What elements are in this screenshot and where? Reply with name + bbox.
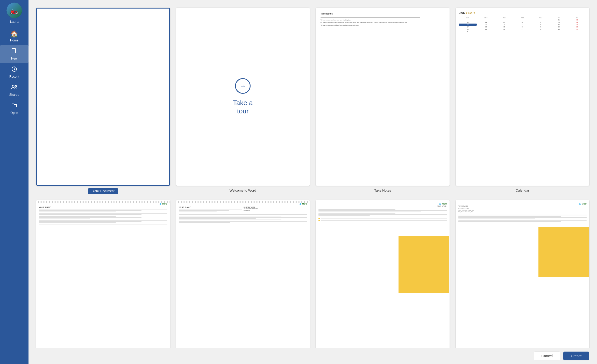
- svg-rect-0: [12, 48, 16, 53]
- avatar-image: 🏍️: [6, 3, 22, 18]
- template-item-crisp-cover[interactable]: 💧 MOO YOUR NAME RECIPIENT NAMETitle / Co…: [456, 200, 589, 364]
- sidebar-open-label: Open: [10, 111, 18, 115]
- template-item-tour[interactable]: → Take atour Welcome to Word: [176, 8, 310, 194]
- template-thumbnail-notes[interactable]: Take Notes To take notes, just tap here …: [316, 8, 450, 186]
- template-item-calendar[interactable]: JANYEAR SUN MON TUE WED THU FRI SAT: [456, 8, 589, 194]
- main-content: Blank Document → Take atour Welcome to W…: [29, 0, 597, 364]
- bottom-bar: Cancel Create: [29, 348, 597, 364]
- crisp-cover-preview: 💧 MOO YOUR NAME RECIPIENT NAMETitle / Co…: [456, 201, 589, 364]
- template-item-creative-resume[interactable]: 💧 MOO YOUR NAME: [36, 200, 170, 364]
- home-icon: 🏠: [10, 30, 18, 38]
- template-item-notes[interactable]: Take Notes To take notes, just tap here …: [316, 8, 450, 194]
- blank-preview: [37, 9, 169, 185]
- template-thumbnail-creative-resume[interactable]: 💧 MOO YOUR NAME: [36, 200, 170, 364]
- calendar-preview: JANYEAR SUN MON TUE WED THU FRI SAT: [456, 8, 589, 185]
- notes-preview: Take Notes To take notes, just tap here …: [316, 8, 449, 185]
- sidebar-new-label: New: [11, 57, 17, 60]
- creative-resume-preview: 💧 MOO YOUR NAME: [37, 201, 169, 364]
- open-icon: [11, 102, 17, 110]
- sidebar-item-shared[interactable]: Shared: [0, 82, 29, 99]
- svg-point-5: [15, 85, 17, 87]
- sidebar-item-home[interactable]: 🏠 Home: [0, 28, 29, 45]
- template-label-calendar: Calendar: [516, 188, 529, 193]
- create-button[interactable]: Create: [563, 352, 589, 360]
- template-item-blank[interactable]: Blank Document: [36, 8, 170, 194]
- sidebar-shared-label: Shared: [9, 93, 19, 97]
- tour-text: Take atour: [233, 99, 253, 115]
- creative-cover-preview: 💧 MOO YOUR NAME RECIPIENT NAME TITLE COM…: [177, 201, 309, 364]
- tour-preview: → Take atour: [177, 8, 309, 185]
- user-label: Laura: [10, 20, 18, 24]
- template-thumbnail-creative-cover[interactable]: 💧 MOO YOUR NAME RECIPIENT NAME TITLE COM…: [176, 200, 310, 364]
- template-label-tour: Welcome to Word: [230, 188, 256, 193]
- template-thumbnail-blank[interactable]: [36, 8, 170, 186]
- tour-arrow-circle: →: [235, 78, 251, 94]
- template-thumbnail-crisp-resume[interactable]: 💧 MOO YOUR NAME: [316, 200, 450, 364]
- sidebar-item-new[interactable]: New: [0, 45, 29, 63]
- template-item-crisp-resume[interactable]: 💧 MOO YOUR NAME: [316, 200, 450, 364]
- template-thumbnail-crisp-cover[interactable]: 💧 MOO YOUR NAME RECIPIENT NAMETitle / Co…: [456, 200, 589, 364]
- recent-icon: [11, 66, 17, 74]
- new-icon: [11, 48, 17, 56]
- avatar[interactable]: 🏍️: [6, 3, 22, 18]
- template-label-notes: Take Notes: [374, 188, 391, 193]
- selected-badge: Blank Document: [88, 188, 118, 194]
- svg-point-4: [12, 85, 14, 87]
- shared-icon: [11, 84, 18, 92]
- template-grid: Blank Document → Take atour Welcome to W…: [36, 8, 589, 364]
- sidebar: 🏍️ Laura 🏠 Home New Recent: [0, 0, 29, 364]
- tour-arrow-icon: →: [240, 82, 246, 90]
- template-item-creative-cover[interactable]: 💧 MOO YOUR NAME RECIPIENT NAME TITLE COM…: [176, 200, 310, 364]
- template-thumbnail-tour[interactable]: → Take atour: [176, 8, 310, 186]
- sidebar-item-recent[interactable]: Recent: [0, 63, 29, 81]
- crisp-resume-preview: 💧 MOO YOUR NAME: [316, 201, 449, 364]
- cancel-button[interactable]: Cancel: [534, 352, 560, 360]
- template-thumbnail-calendar[interactable]: JANYEAR SUN MON TUE WED THU FRI SAT: [456, 8, 589, 186]
- sidebar-recent-label: Recent: [9, 75, 19, 78]
- sidebar-home-label: Home: [10, 39, 18, 42]
- sidebar-item-open[interactable]: Open: [0, 100, 29, 117]
